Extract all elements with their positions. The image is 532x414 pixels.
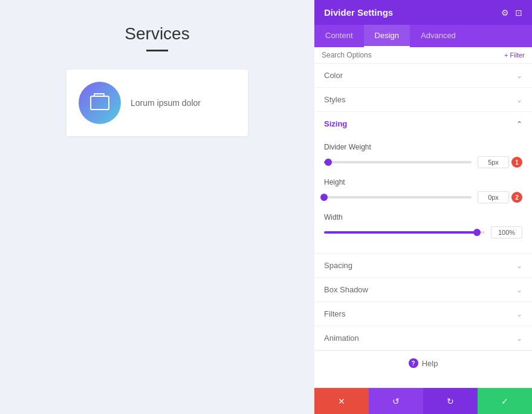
- divider-weight-thumb[interactable]: [325, 159, 332, 166]
- service-card: Lorum ipsum dolor: [66, 70, 248, 136]
- section-animation[interactable]: Animation ⌄: [314, 326, 532, 350]
- card-icon-wrapper: [79, 82, 121, 124]
- tab-design[interactable]: Design: [364, 25, 410, 47]
- section-box-shadow[interactable]: Box Shadow ⌄: [314, 278, 532, 302]
- bottom-bar: ✕ ↺ ↻ ✓: [314, 387, 532, 414]
- help-section: ? Help: [314, 350, 532, 375]
- section-color[interactable]: Color ⌄: [314, 64, 532, 88]
- chevron-down-icon: ⌄: [516, 334, 522, 343]
- chevron-down-icon: ⌄: [516, 286, 522, 294]
- tabs: Content Design Advanced: [314, 25, 532, 47]
- search-input[interactable]: [322, 51, 504, 59]
- divider-weight-control: 1: [324, 156, 522, 168]
- section-sizing-label: Sizing: [324, 119, 347, 128]
- help-icon: ?: [409, 358, 418, 368]
- reset-button[interactable]: ↺: [369, 388, 423, 414]
- width-row: Width: [324, 213, 522, 238]
- badge-2: 2: [511, 192, 522, 203]
- settings-panel: Divider Settings ⚙ ⊡ Content Design Adva…: [314, 0, 532, 414]
- width-fill: [324, 231, 477, 234]
- chevron-up-icon: ⌃: [516, 120, 522, 128]
- divider-weight-track: [324, 161, 472, 163]
- help-label[interactable]: Help: [422, 359, 438, 368]
- height-thumb[interactable]: [320, 194, 328, 201]
- divider-weight-input[interactable]: [478, 156, 509, 168]
- section-animation-label: Animation: [324, 334, 359, 343]
- section-filters-label: Filters: [324, 309, 345, 318]
- panel-header: Divider Settings ⚙ ⊡: [314, 0, 532, 25]
- panel-header-icons: ⚙ ⊡: [501, 8, 522, 18]
- height-value-wrapper: 2: [478, 191, 522, 203]
- save-button[interactable]: ✓: [478, 388, 532, 414]
- section-color-label: Color: [324, 71, 343, 80]
- section-sizing[interactable]: Sizing ⌃: [314, 112, 532, 136]
- height-control: 2: [324, 191, 522, 203]
- height-track: [324, 196, 472, 199]
- chevron-down-icon: ⌄: [516, 96, 522, 104]
- height-label: Height: [324, 178, 522, 186]
- tab-content[interactable]: Content: [314, 25, 364, 47]
- search-bar: + Filter: [314, 47, 532, 64]
- section-box-shadow-label: Box Shadow: [324, 285, 368, 294]
- divider-weight-value-wrapper: 1: [478, 156, 522, 168]
- divider-weight-row: Divider Weight 1: [324, 143, 522, 168]
- chevron-down-icon: ⌄: [516, 71, 522, 80]
- badge-1: 1: [511, 157, 522, 168]
- settings-icon[interactable]: ⚙: [501, 8, 509, 18]
- height-input[interactable]: [478, 191, 509, 203]
- section-filters[interactable]: Filters ⌄: [314, 302, 532, 326]
- width-thumb[interactable]: [473, 229, 481, 236]
- sizing-content: Divider Weight 1 Height: [314, 136, 532, 254]
- cancel-button[interactable]: ✕: [314, 388, 369, 414]
- filter-button[interactable]: + Filter: [504, 51, 525, 59]
- section-spacing-label: Spacing: [324, 261, 352, 270]
- card-icon: [90, 96, 109, 110]
- section-spacing[interactable]: Spacing ⌄: [314, 254, 532, 278]
- tab-advanced[interactable]: Advanced: [410, 25, 467, 47]
- panel-title: Divider Settings: [324, 7, 393, 18]
- height-row: Height 2: [324, 178, 522, 203]
- expand-icon[interactable]: ⊡: [515, 8, 522, 18]
- width-value-wrapper: [491, 226, 522, 238]
- services-divider: [146, 50, 168, 51]
- chevron-down-icon: ⌄: [516, 261, 522, 270]
- sections: Color ⌄ Styles ⌄ Sizing ⌃ Divider Weight: [314, 64, 532, 387]
- chevron-down-icon: ⌄: [516, 310, 522, 318]
- redo-button[interactable]: ↻: [423, 388, 478, 414]
- canvas-area: Services Lorum ipsum dolor: [0, 0, 314, 414]
- width-input[interactable]: [491, 226, 522, 238]
- section-styles-label: Styles: [324, 95, 345, 104]
- width-label: Width: [324, 213, 522, 222]
- section-styles[interactable]: Styles ⌄: [314, 88, 532, 112]
- card-text: Lorum ipsum dolor: [131, 98, 201, 108]
- services-title: Services: [125, 24, 189, 44]
- width-track: [324, 231, 485, 234]
- width-control: [324, 226, 522, 238]
- divider-weight-label: Divider Weight: [324, 143, 522, 151]
